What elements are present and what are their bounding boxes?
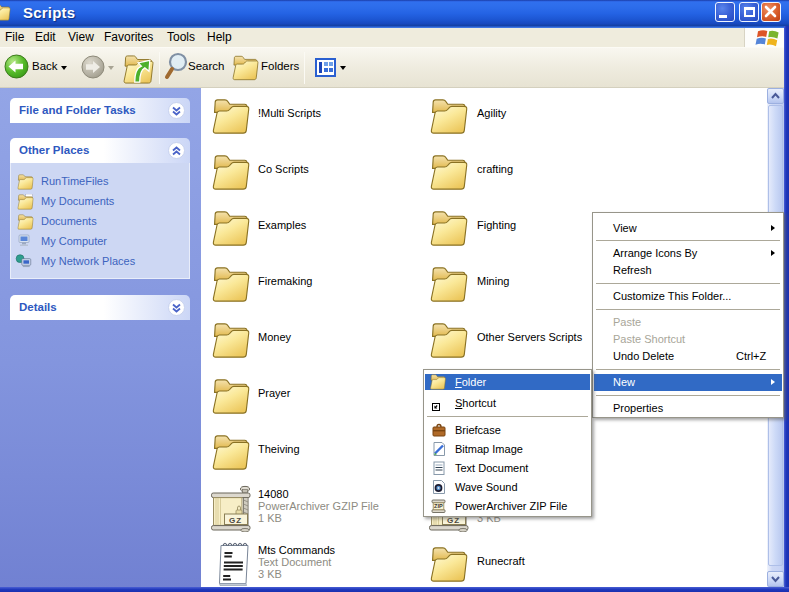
svg-text:GZ: GZ [229, 516, 242, 525]
svg-text:ZIP: ZIP [434, 503, 443, 509]
